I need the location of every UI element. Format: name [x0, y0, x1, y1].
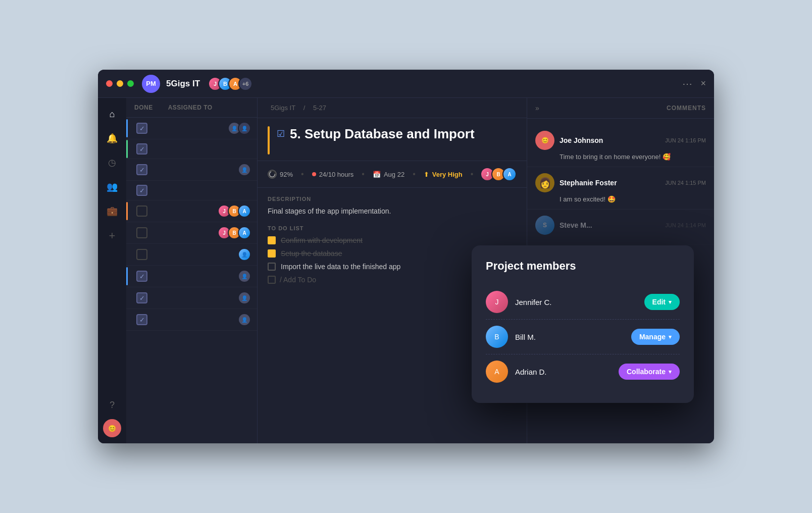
sidebar-item-work[interactable]: 💼 — [102, 201, 122, 221]
avatar: 👤 — [238, 163, 251, 176]
priority-bar — [126, 311, 128, 329]
task-assignees: 👤 — [241, 163, 251, 176]
close-icon[interactable]: × — [700, 78, 706, 89]
task-checkbox[interactable]: ✓ — [136, 292, 147, 303]
titlebar: PM 5Gigs IT J B A +6 ⋯ × — [98, 70, 714, 98]
comment-time: JUN 24 1:16 PM — [665, 137, 706, 143]
task-checkbox[interactable]: ✓ — [136, 143, 147, 155]
add-button[interactable]: + — [109, 229, 116, 242]
member-name: Jennifer C. — [515, 298, 637, 306]
task-row[interactable]: ✓ — [126, 139, 257, 159]
expand-icon[interactable]: » — [535, 104, 539, 112]
chevron-down-icon: ▾ — [669, 299, 672, 305]
done-column-label: DONE — [134, 104, 153, 111]
task-row[interactable]: ✓ 👤 — [126, 309, 257, 331]
task-checkbox[interactable] — [136, 227, 147, 238]
task-row[interactable]: 👤 — [126, 244, 257, 266]
member-role-button[interactable]: Manage ▾ — [631, 329, 680, 345]
task-assignees: J B A — [221, 204, 251, 218]
task-checkbox[interactable] — [136, 249, 147, 260]
task-row[interactable]: J B A — [126, 200, 257, 222]
comment-author: Joe Johnson — [560, 136, 603, 144]
avatar: A — [502, 167, 517, 181]
chevron-down-icon: ▾ — [669, 369, 672, 375]
comment-time: JUN 24 1:15 PM — [665, 180, 706, 186]
progress-circle — [268, 170, 277, 179]
assigned-column-label: ASSIGNED TO — [168, 104, 213, 111]
due-date-indicator: 📅 Aug 22 — [373, 171, 404, 178]
sidebar-item-help[interactable]: ? — [102, 395, 122, 415]
todo-item[interactable]: Confirm with development — [268, 236, 517, 244]
avatar: 👤 — [238, 248, 251, 261]
comments-title: COMMENTS — [667, 105, 706, 112]
member-name: Adrian D. — [515, 368, 612, 376]
task-checkbox[interactable]: ✓ — [136, 271, 147, 282]
task-checkbox[interactable]: ✓ — [136, 185, 147, 196]
comment-author: Stephanie Foster — [560, 179, 617, 187]
comment-avatar: 👩 — [535, 173, 554, 192]
task-assignees-meta: J B A — [483, 167, 517, 181]
todo-text: Confirm with development — [281, 236, 363, 244]
close-button[interactable] — [106, 80, 113, 87]
member-row: J Jennifer C. Edit ▾ — [486, 285, 680, 320]
sidebar-item-home[interactable]: ⌂ — [102, 104, 122, 124]
task-row[interactable]: ✓ 👤 — [126, 266, 257, 287]
sidebar-item-notifications[interactable]: 🔔 — [102, 128, 122, 148]
todo-checkbox[interactable] — [268, 263, 276, 271]
avatar: 👤 — [238, 313, 251, 326]
avatar: 👤 — [238, 270, 251, 283]
todo-label: TO DO LIST — [268, 225, 517, 231]
task-title: 5. Setup Database and Import — [290, 126, 475, 142]
avatar: 👤 — [238, 122, 251, 135]
priority-bar — [126, 119, 128, 137]
task-checkbox[interactable]: ✓ — [136, 314, 147, 325]
avatar: A — [238, 226, 251, 239]
maximize-button[interactable] — [127, 80, 134, 87]
task-meta: 92% • 24/10 hours • 📅 Aug 22 • ⬆ Very Hi… — [258, 161, 527, 188]
member-role-button[interactable]: Edit ▾ — [644, 294, 680, 310]
comment-item: S Steve M... JUN 24 1:14 PM — [527, 210, 714, 244]
priority-bar — [126, 224, 128, 242]
todo-done-icon — [268, 249, 276, 258]
popup-title: Project members — [486, 260, 680, 273]
hours-indicator: 24/10 hours — [312, 171, 354, 178]
task-description: Final stages of the app implementation. — [268, 207, 517, 215]
task-panel-header: DONE ASSIGNED TO — [126, 98, 257, 118]
progress-indicator: 92% — [268, 170, 293, 179]
comment-avatar: 😊 — [535, 131, 554, 150]
task-row[interactable]: ✓ 👤 👤 — [126, 118, 257, 139]
member-row: A Adrian D. Collaborate ▾ — [486, 354, 680, 389]
project-members-popup: Project members J Jennifer C. Edit ▾ B B… — [472, 245, 694, 403]
task-checkbox[interactable]: ✓ — [136, 164, 147, 175]
comment-text: Time to bring it on home everyone! 🥰 — [535, 153, 706, 161]
member-role-button[interactable]: Collaborate ▾ — [619, 364, 680, 380]
pm-icon: PM — [142, 75, 160, 93]
traffic-lights — [106, 80, 134, 87]
overdue-dot — [312, 172, 316, 176]
more-options-button[interactable]: ⋯ — [682, 78, 692, 90]
chevron-down-icon: ▾ — [669, 334, 672, 340]
avatar-count: +6 — [238, 77, 252, 91]
task-row[interactable]: ✓ 👤 — [126, 287, 257, 309]
priority-bar — [126, 181, 128, 199]
user-avatar[interactable]: 😊 — [103, 419, 121, 437]
comment-header: 👩 Stephanie Foster JUN 24 1:15 PM — [535, 173, 706, 192]
task-row[interactable]: ✓ 👤 — [126, 159, 257, 181]
todo-text: Import the live data to the finished app — [281, 263, 400, 271]
avatar: 👤 — [238, 291, 251, 304]
task-row[interactable]: J B A — [126, 222, 257, 244]
sidebar-item-time[interactable]: ◷ — [102, 152, 122, 173]
team-avatars: J B A +6 — [208, 77, 252, 91]
todo-text: Setup the database — [281, 249, 342, 258]
task-assignees: 👤 — [241, 270, 251, 283]
minimize-button[interactable] — [117, 80, 123, 87]
priority-bar — [126, 202, 128, 220]
task-checkbox[interactable] — [136, 206, 147, 217]
sidebar-item-team[interactable]: 👥 — [102, 177, 122, 197]
comment-item: 👩 Stephanie Foster JUN 24 1:15 PM I am s… — [527, 167, 714, 210]
task-row[interactable]: ✓ — [126, 181, 257, 200]
todo-done-icon — [268, 236, 276, 244]
add-todo-icon — [268, 276, 276, 284]
project-title: 5Gigs IT — [166, 79, 200, 89]
task-checkbox[interactable]: ✓ — [136, 123, 147, 134]
